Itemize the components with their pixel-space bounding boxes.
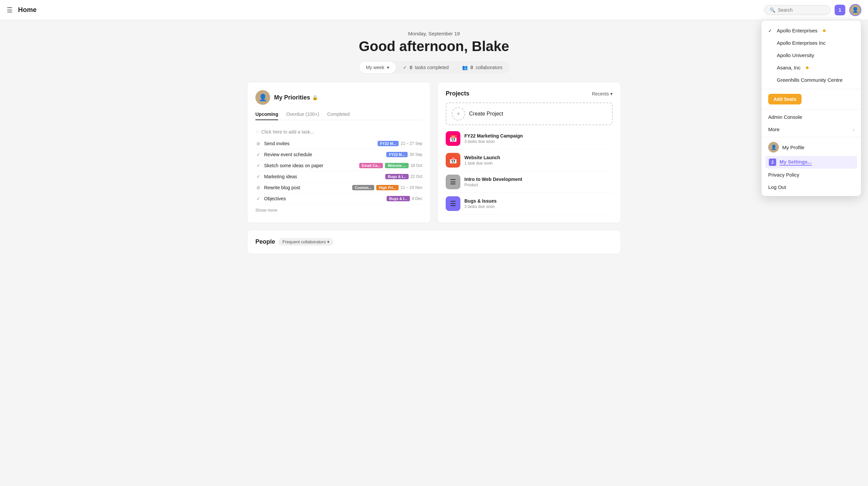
collab-count: 0 [470,65,473,70]
project-icon: ☰ [446,196,460,211]
project-subtitle: 1 task due soon [464,161,500,166]
task-date: 22 Oct [411,174,422,179]
org-item-greenhills[interactable]: ✓ Greenhills Community Centre [762,74,861,86]
separator [762,89,861,89]
org-item-asana-inc[interactable]: ✓ Asana, Inc [762,61,861,74]
check-icon: ✓ [403,65,407,70]
frequent-collaborators-button[interactable]: Frequent collaborators ▾ [278,238,334,246]
privacy-policy-item[interactable]: Privacy Policy [762,168,861,181]
task-date: 8 Dec [412,196,422,201]
task-row: ⊘ Send invites FY22 M... 21 – 27 Sep [255,138,422,149]
org-name: Apollo University [777,53,814,58]
lock-icon: 🔒 [312,95,318,100]
task-row: ✓ Marketing ideas Bugs & I... 22 Oct [255,171,422,182]
log-out-item[interactable]: Log Out [762,181,861,193]
add-task-circle-icon: ○ [255,129,259,135]
create-project-label: Create Project [469,111,503,117]
create-project-button[interactable]: + Create Project [446,102,613,125]
my-profile-label: My Profile [782,144,805,150]
task-tag[interactable]: Custom... [352,185,374,190]
task-tag[interactable]: FY22 M... [378,141,399,146]
task-row: ✓ Objectives Bugs & I... 8 Dec [255,193,422,204]
check-icon: ✓ [768,28,774,33]
search-bar[interactable]: 🔍 [764,5,831,15]
people-card: People Frequent collaborators ▾ [247,230,621,254]
task-status-icon: ✓ [255,152,261,157]
recents-button[interactable]: Recents ▾ [592,91,613,96]
topnav: ☰ Home 🔍 1 👤 [0,0,868,20]
task-tag[interactable]: Website ... [385,163,408,168]
hero-stats-bar: My week ▾ ✓ 0 tasks completed 👥 0 collab… [359,61,509,74]
my-settings-item[interactable]: 2 My Settings... [766,156,857,168]
project-subtitle: 3 tasks due soon [464,139,523,144]
tab-completed[interactable]: Completed [327,109,350,120]
hero-section: Monday, September 19 Good afternoon, Bla… [247,20,621,82]
chevron-down-icon: ▾ [327,239,330,244]
project-item[interactable]: ☰ Bugs & Issues 3 tasks due soon [446,193,613,215]
org-name: Greenhills Community Centre [777,77,843,83]
org-name: Asana, Inc [777,65,801,70]
log-out-label: Log Out [768,184,786,190]
admin-console-item[interactable]: Admin Console [762,111,861,123]
search-icon: 🔍 [770,7,775,13]
my-priorities-card: 👤 My Priorities 🔒 Upcoming Overdue (100+… [247,82,431,223]
task-date: 18 Oct [411,163,422,168]
privacy-policy-label: Privacy Policy [768,172,799,177]
task-name[interactable]: Marketing ideas [264,174,297,179]
task-name[interactable]: Objectives [264,196,286,201]
org-item-apollo-university[interactable]: ✓ Apollo University [762,49,861,61]
task-date: 11 – 24 Nov [401,185,422,190]
page-title: Home [18,6,37,14]
org-item-apollo-enterprises-inc[interactable]: ✓ Apollo Enterprises Inc [762,37,861,49]
project-icon: ☰ [446,174,460,189]
project-icon: 📅 [446,153,460,168]
org-name: Apollo Enterprises [777,28,817,33]
priorities-header: 👤 My Priorities 🔒 [255,90,422,105]
task-name[interactable]: Sketch some ideas on paper [264,163,323,168]
projects-card: Projects Recents ▾ + Create Project 📅 FY… [437,82,621,223]
step-number-badge: 2 [769,159,776,166]
tab-upcoming[interactable]: Upcoming [255,109,278,120]
two-column-layout: 👤 My Priorities 🔒 Upcoming Overdue (100+… [247,82,621,223]
project-subtitle: Product [464,183,522,187]
more-item[interactable]: More › [762,123,861,135]
task-date: 21 – 27 Sep [401,141,422,146]
my-week-button[interactable]: My week ▾ [359,61,396,74]
plus-circle-icon: + [452,107,465,121]
hamburger-icon[interactable]: ☰ [7,6,13,14]
task-row: ⊘ Rewrite blog post Custom... High Pri..… [255,182,422,193]
tab-overdue[interactable]: Overdue (100+) [286,109,319,120]
search-input[interactable] [778,7,825,13]
more-label: More [768,127,779,132]
task-tag[interactable]: Email Ca... [359,163,383,168]
my-profile-item[interactable]: 👤 My Profile [762,138,861,156]
task-name[interactable]: Send invites [264,141,289,146]
task-tag[interactable]: FY22 M... [386,152,408,157]
projects-header: Projects Recents ▾ [446,90,613,97]
people-title: People [255,238,275,245]
task-tag[interactable]: High Pri... [376,185,399,190]
chevron-down-icon: ▾ [610,91,613,96]
project-item[interactable]: 📅 FY22 Marketing Campaign 3 tasks due so… [446,128,613,150]
avatar-button[interactable]: 👤 [849,4,861,16]
project-name: Bugs & Issues [464,198,496,204]
task-status-icon: ✓ [255,174,261,179]
project-item[interactable]: 📅 Website Launch 1 task due soon [446,150,613,171]
hero-greeting: Good afternoon, Blake [247,38,621,55]
org-item-apollo-enterprises[interactable]: ✓ Apollo Enterprises [762,24,861,37]
task-tag[interactable]: Bugs & I... [385,174,409,179]
task-name[interactable]: Rewrite blog post [264,185,300,190]
notification-badge[interactable]: 1 [835,5,845,15]
status-dot [823,29,826,32]
task-name[interactable]: Review event schedule [264,152,312,157]
avatar: 👤 [768,142,779,153]
add-task-button[interactable]: ○ Click here to add a task... [255,126,422,138]
org-list: ✓ Apollo Enterprises ✓ Apollo Enterprise… [762,23,861,88]
task-tag[interactable]: Bugs & I... [386,196,410,201]
separator [762,137,861,137]
project-item[interactable]: ☰ Intro to Web Development Product [446,171,613,193]
project-icon: 📅 [446,131,460,146]
nav-left: ☰ Home [7,6,37,14]
show-more-button[interactable]: Show more [255,204,277,213]
add-seats-button[interactable]: Add Seats [768,94,802,104]
